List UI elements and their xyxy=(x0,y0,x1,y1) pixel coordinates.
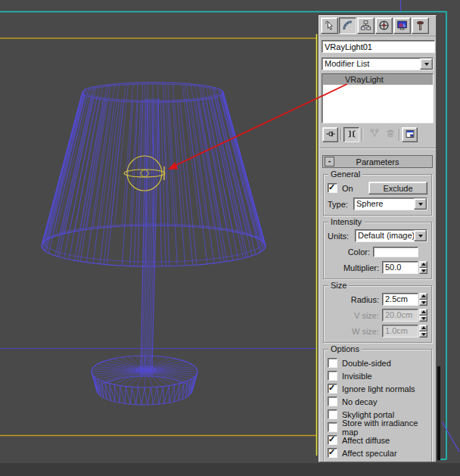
size-row-label: V size: xyxy=(328,311,382,320)
units-label: Units: xyxy=(328,232,355,241)
parameters-rollout-header[interactable]: - Parameters xyxy=(322,155,433,168)
options-group: Options ✓Double-sided✓Invisible✓Ignore l… xyxy=(323,349,432,462)
modifier-stack-item-vraylight[interactable]: VRayLight xyxy=(322,74,433,85)
modifier-list-arrow[interactable] xyxy=(420,58,433,70)
modifier-list-dropdown[interactable]: Modifier List xyxy=(322,58,434,70)
option-label: No decay xyxy=(342,397,377,406)
option-checkbox[interactable]: ✓ xyxy=(328,435,337,445)
option-checkbox[interactable]: ✓ xyxy=(328,384,337,394)
remove-modifier-icon xyxy=(385,129,396,141)
utilities-icon xyxy=(415,20,426,33)
size-row-spinner[interactable] xyxy=(419,309,427,322)
option-label: Affect specular xyxy=(342,449,397,458)
option-row: ✓Affect specular xyxy=(328,446,427,459)
on-label: On xyxy=(342,184,353,193)
show-end-result-icon xyxy=(347,129,357,141)
spinner-down-button[interactable] xyxy=(419,331,427,338)
type-dropdown-arrow[interactable] xyxy=(414,198,427,210)
size-row-spinner[interactable] xyxy=(419,293,427,306)
triangle-up-icon xyxy=(421,263,426,266)
chevron-down-icon xyxy=(424,63,429,66)
triangle-up-icon xyxy=(421,310,426,313)
spinner-up-button[interactable] xyxy=(419,293,427,300)
tab-display[interactable] xyxy=(393,17,411,34)
check-icon: ✓ xyxy=(328,383,335,393)
size-row-field[interactable]: 1.0cm xyxy=(382,325,418,338)
multiplier-field[interactable]: 50.0 xyxy=(382,261,418,274)
type-dropdown[interactable]: Sphere xyxy=(353,198,427,210)
option-label: Store with irradiance map xyxy=(342,418,427,437)
triangle-down-icon xyxy=(421,317,426,320)
check-icon: ✓ xyxy=(328,182,335,192)
tab-create[interactable] xyxy=(321,17,338,34)
show-end-result-button[interactable] xyxy=(343,127,359,142)
light-color-swatch[interactable] xyxy=(373,247,418,257)
command-panel: Modifier List VRayLight - Parameters Gen… xyxy=(319,15,437,462)
toolbar-separator xyxy=(340,129,341,141)
tab-utilities[interactable] xyxy=(412,17,429,34)
units-dropdown-arrow[interactable] xyxy=(414,230,427,241)
color-label: Color: xyxy=(328,247,373,257)
option-checkbox[interactable]: ✓ xyxy=(328,397,337,406)
tab-motion[interactable] xyxy=(375,17,393,34)
size-row-spinner[interactable] xyxy=(419,325,427,338)
spinner-down-button[interactable] xyxy=(419,268,427,275)
create-icon xyxy=(324,20,335,33)
configure-modifier-sets-button[interactable] xyxy=(402,127,418,142)
collapse-icon[interactable]: - xyxy=(325,157,334,166)
option-checkbox[interactable]: ✓ xyxy=(328,422,337,432)
spinner-up-button[interactable] xyxy=(419,325,427,331)
make-unique-icon xyxy=(369,129,380,141)
option-row: ✓Store with irradiance map xyxy=(328,421,427,434)
option-row: ✓Double-sided xyxy=(328,356,427,369)
object-name-input[interactable] xyxy=(322,40,435,53)
multiplier-label: Multiplier: xyxy=(328,263,382,272)
lamp-wireframe xyxy=(42,82,266,405)
on-checkbox[interactable]: ✓ xyxy=(328,183,337,193)
spinner-up-button[interactable] xyxy=(419,261,427,268)
toolbar-separator xyxy=(362,129,362,141)
spinner-up-button[interactable] xyxy=(419,309,427,316)
tab-modify[interactable] xyxy=(339,17,356,34)
size-group-title: Size xyxy=(328,281,349,290)
tab-hierarchy[interactable] xyxy=(357,17,375,34)
general-group: General ✓ On Exclude Type: Sphere xyxy=(323,174,432,216)
spinner-down-button[interactable] xyxy=(419,316,427,322)
command-panel-tabs xyxy=(319,16,436,36)
size-row: V size:20.0cm xyxy=(328,309,427,322)
configure-modifier-sets-icon xyxy=(405,129,415,141)
size-row: Radius:2.5cm xyxy=(328,293,427,306)
check-icon: ✓ xyxy=(328,434,335,444)
motion-icon xyxy=(378,20,390,33)
size-row-field[interactable]: 20.0cm xyxy=(382,309,418,322)
exclude-button[interactable]: Exclude xyxy=(368,182,427,194)
option-checkbox[interactable]: ✓ xyxy=(328,371,337,381)
chevron-down-icon xyxy=(418,235,423,238)
spinner-down-button[interactable] xyxy=(419,300,427,306)
triangle-down-icon xyxy=(421,269,426,272)
modifier-stack[interactable]: VRayLight xyxy=(322,73,434,123)
modifier-list-value: Modifier List xyxy=(322,58,434,70)
size-row-label: W size: xyxy=(328,327,382,336)
remove-modifier-button[interactable] xyxy=(381,127,396,142)
multiplier-spinner[interactable] xyxy=(419,261,427,274)
option-checkbox[interactable]: ✓ xyxy=(328,358,337,368)
triangle-up-icon xyxy=(421,294,426,297)
bottom-bar xyxy=(0,463,460,476)
triangle-up-icon xyxy=(421,326,426,329)
option-row: ✓No decay xyxy=(328,395,427,408)
option-checkbox[interactable]: ✓ xyxy=(328,448,337,458)
pin-stack-button[interactable] xyxy=(322,127,338,142)
modifier-stack-toolbar xyxy=(322,126,434,142)
size-row: W size:1.0cm xyxy=(328,325,427,338)
pin-stack-icon xyxy=(325,129,336,141)
size-row-field[interactable]: 2.5cm xyxy=(382,293,418,306)
size-group: Size Radius:2.5cmV size:20.0cmW size:1.0… xyxy=(323,285,432,343)
option-label: Affect diffuse xyxy=(342,436,390,445)
check-icon: ✓ xyxy=(328,447,335,457)
panel-scrollbar[interactable] xyxy=(437,366,440,460)
option-label: Invisible xyxy=(342,372,372,381)
make-unique-button[interactable] xyxy=(365,127,381,142)
option-checkbox[interactable]: ✓ xyxy=(328,409,337,419)
units-dropdown[interactable]: Default (image) xyxy=(355,229,427,242)
